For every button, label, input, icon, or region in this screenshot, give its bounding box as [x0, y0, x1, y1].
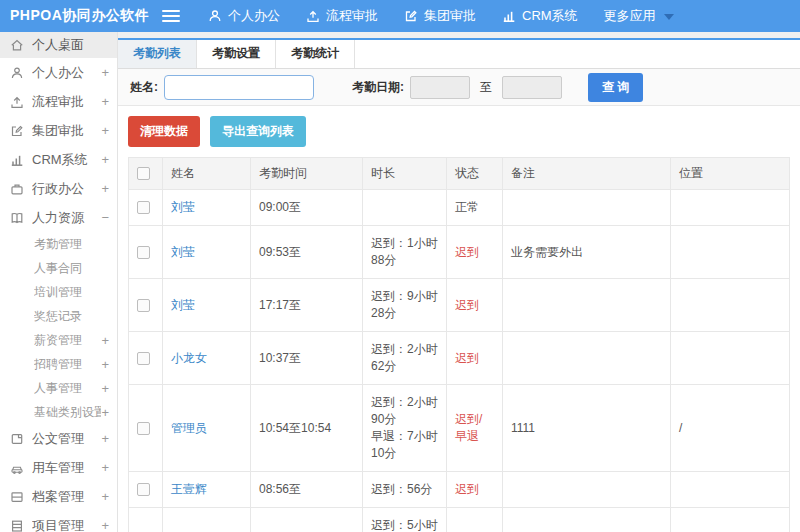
tab-attendance-list[interactable]: 考勤列表: [118, 40, 197, 68]
sidebar-subitem-label: 招聘管理: [34, 356, 101, 373]
sidebar-item-personal-desktop[interactable]: 个人桌面: [0, 32, 117, 58]
sidebar-item-admin-office[interactable]: 行政办公 +: [0, 174, 117, 203]
attendance-date-label: 考勤日期:: [352, 79, 404, 96]
hamburger-menu-icon[interactable]: [162, 7, 180, 25]
app-window: PHPOA协同办公软件 个人办公 流程审批 集团审批 CRM系统 更多应用 个人…: [0, 0, 800, 532]
nav-group-approval[interactable]: 集团审批: [404, 7, 476, 25]
sidebar-item-label: 个人桌面: [32, 36, 109, 54]
duration: [363, 190, 447, 226]
user-icon: [208, 9, 222, 23]
sidebar-item-workflow-approval[interactable]: 流程审批 +: [0, 87, 117, 116]
row-checkbox[interactable]: [137, 422, 150, 435]
clean-data-button[interactable]: 清理数据: [128, 116, 200, 147]
employee-name-link[interactable]: 管理员: [171, 421, 207, 435]
collapse-indicator: −: [101, 210, 109, 225]
sidebar-subitem-label: 人事管理: [34, 380, 101, 397]
row-checkbox[interactable]: [137, 352, 150, 365]
attendance-time: 08:56至: [251, 472, 363, 508]
duration: 迟到：1小时88分: [363, 226, 447, 279]
duration: 迟到：2小时90分 早退：7小时10分: [363, 385, 447, 472]
sidebar-item-personal-office[interactable]: 个人办公 +: [0, 58, 117, 87]
table-row: 刘莹 09:53至 迟到：1小时88分 迟到 业务需要外出: [129, 226, 790, 279]
sidebar-item-label: 集团审批: [32, 122, 101, 140]
row-checkbox[interactable]: [137, 201, 150, 214]
nav-item-label: CRM系统: [522, 7, 578, 25]
employee-name-link[interactable]: 刘莹: [171, 245, 195, 259]
row-checkbox[interactable]: [137, 483, 150, 496]
employee-name-link[interactable]: 王壹辉: [171, 482, 207, 496]
sidebar-subitem-personnel-management[interactable]: 人事管理 +: [0, 376, 117, 400]
sidebar-subitem-label: 薪资管理: [34, 332, 101, 349]
table-row: 小龙女 10:37至 迟到：2小时62分 迟到: [129, 332, 790, 385]
sidebar-subitem-salary-management[interactable]: 薪资管理 +: [0, 328, 117, 352]
nav-item-label: 集团审批: [424, 7, 476, 25]
attendance-time: 13:20至13:20: [251, 508, 363, 532]
nav-more-apps[interactable]: 更多应用: [604, 7, 674, 25]
expand-indicator: +: [101, 518, 109, 532]
sidebar-subitem-base-category-settings[interactable]: 基础类别设置 +: [0, 400, 117, 424]
expand-indicator: +: [101, 65, 109, 80]
sidebar-subitem-hr-contract[interactable]: 人事合同: [0, 256, 117, 280]
attendance-time: 09:00至: [251, 190, 363, 226]
tab-attendance-statistics[interactable]: 考勤统计: [276, 40, 355, 68]
status: 迟到: [447, 226, 503, 279]
employee-name-link[interactable]: 刘莹: [171, 200, 195, 214]
chart-icon: [502, 9, 516, 23]
sidebar-subitem-recruitment-management[interactable]: 招聘管理 +: [0, 352, 117, 376]
name-input[interactable]: [164, 75, 314, 100]
sidebar-subitem-attendance-management[interactable]: 考勤管理: [0, 232, 117, 256]
nav-personal-office[interactable]: 个人办公: [208, 7, 280, 25]
action-buttons: 清理数据 导出查询列表: [118, 106, 800, 157]
date-to-input[interactable]: [502, 76, 562, 99]
sidebar-subitem-label: 奖惩记录: [34, 308, 109, 325]
search-button[interactable]: 查 询: [588, 73, 643, 102]
location: [671, 190, 790, 226]
sidebar-subitem-training-management[interactable]: 培训管理: [0, 280, 117, 304]
col-status: 状态: [447, 158, 503, 190]
row-checkbox[interactable]: [137, 299, 150, 312]
expand-indicator: +: [101, 152, 109, 167]
name-label: 姓名:: [130, 79, 158, 96]
edit-icon: [10, 123, 25, 138]
edit-icon: [404, 9, 418, 23]
expand-indicator: +: [101, 405, 109, 420]
tab-attendance-settings[interactable]: 考勤设置: [197, 40, 276, 68]
date-from-input[interactable]: [410, 76, 470, 99]
nav-crm-system[interactable]: CRM系统: [502, 7, 578, 25]
status: 迟到/早退: [447, 385, 503, 472]
attendance-time: 09:53至: [251, 226, 363, 279]
location: /: [671, 385, 790, 472]
sidebar-item-label: 公文管理: [32, 430, 101, 448]
note: 1111: [503, 385, 671, 472]
sidebar-item-label: CRM系统: [32, 151, 101, 169]
sidebar-item-archive-management[interactable]: 档案管理 +: [0, 482, 117, 511]
sidebar-item-human-resources[interactable]: 人力资源 −: [0, 203, 117, 232]
export-list-button[interactable]: 导出查询列表: [210, 116, 306, 147]
sidebar-item-crm-system[interactable]: CRM系统 +: [0, 145, 117, 174]
sidebar-item-vehicle-management[interactable]: 用车管理 +: [0, 453, 117, 482]
select-all-checkbox[interactable]: [137, 167, 150, 180]
sidebar-item-project-management[interactable]: 项目管理 +: [0, 511, 117, 532]
sidebar-item-label: 项目管理: [32, 517, 101, 532]
expand-indicator: +: [101, 94, 109, 109]
sidebar-item-document-management[interactable]: 公文管理 +: [0, 424, 117, 453]
employee-name-link[interactable]: 小龙女: [171, 351, 207, 365]
duration: 迟到：5小时33分 早退：4小时67分: [363, 508, 447, 532]
nav-item-label: 个人办公: [228, 7, 280, 25]
table-row: 管理员 10:54至10:54 迟到：2小时90分 早退：7小时10分 迟到/早…: [129, 385, 790, 472]
app-logo: PHPOA协同办公软件: [0, 7, 162, 25]
main-content: 考勤列表 考勤设置 考勤统计 姓名: 考勤日期: 至 查 询 清理数据 导出查询…: [118, 32, 800, 532]
table-header-row: 姓名 考勤时间 时长 状态 备注 位置: [129, 158, 790, 190]
location: [671, 226, 790, 279]
expand-indicator: +: [101, 357, 109, 372]
expand-indicator: +: [101, 489, 109, 504]
employee-name-link[interactable]: 刘莹: [171, 298, 195, 312]
home-icon: [10, 38, 25, 53]
nav-workflow-approval[interactable]: 流程审批: [306, 7, 378, 25]
expand-indicator: +: [101, 431, 109, 446]
note: 业务需要外出: [503, 226, 671, 279]
row-checkbox[interactable]: [137, 246, 150, 259]
col-attendance-time: 考勤时间: [251, 158, 363, 190]
sidebar-item-group-approval[interactable]: 集团审批 +: [0, 116, 117, 145]
sidebar-subitem-reward-punishment[interactable]: 奖惩记录: [0, 304, 117, 328]
